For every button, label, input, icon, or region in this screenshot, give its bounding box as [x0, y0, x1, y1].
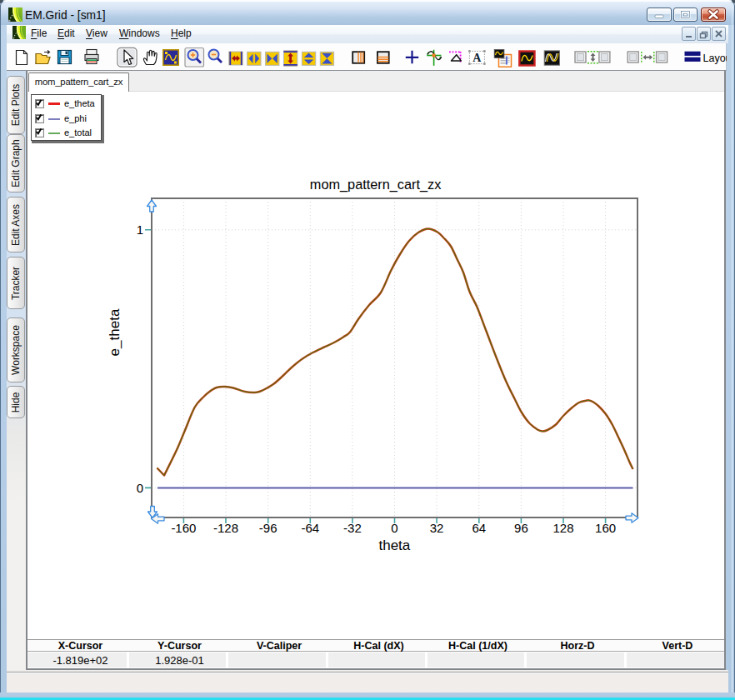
- svg-text:96: 96: [514, 521, 528, 535]
- svg-text:e_theta: e_theta: [107, 308, 122, 356]
- svg-text:-64: -64: [301, 521, 319, 535]
- svg-text:-128: -128: [213, 521, 238, 535]
- svg-text:128: 128: [552, 521, 573, 535]
- svg-text:64: 64: [472, 521, 486, 535]
- svg-text:-96: -96: [259, 521, 278, 535]
- svg-text:0: 0: [137, 481, 143, 495]
- svg-text:32: 32: [430, 521, 444, 535]
- svg-text:-32: -32: [343, 521, 362, 535]
- svg-text:160: 160: [595, 521, 616, 535]
- svg-text:theta: theta: [378, 538, 410, 553]
- svg-text:Layout: Layout: [703, 52, 728, 64]
- svg-text:A: A: [472, 52, 482, 64]
- svg-text:0: 0: [391, 521, 398, 535]
- svg-text:mom_pattern_cart_zx: mom_pattern_cart_zx: [310, 177, 441, 192]
- svg-text:-160: -160: [171, 521, 196, 535]
- svg-text:1: 1: [137, 222, 143, 237]
